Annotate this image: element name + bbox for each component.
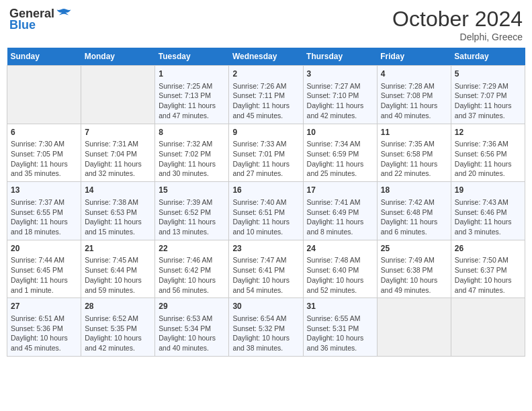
day-content: Sunrise: 7:48 AM Sunset: 6:40 PM Dayligh… bbox=[307, 255, 373, 295]
day-content: Sunrise: 7:46 AM Sunset: 6:42 PM Dayligh… bbox=[159, 255, 225, 295]
day-content: Sunrise: 7:34 AM Sunset: 6:59 PM Dayligh… bbox=[307, 139, 373, 179]
day-number: 5 bbox=[455, 68, 521, 80]
calendar-cell: 11Sunrise: 7:35 AM Sunset: 6:58 PM Dayli… bbox=[377, 124, 451, 182]
day-content: Sunrise: 7:35 AM Sunset: 6:58 PM Dayligh… bbox=[381, 139, 447, 179]
calendar-cell: 16Sunrise: 7:40 AM Sunset: 6:51 PM Dayli… bbox=[229, 182, 303, 240]
day-content: Sunrise: 7:37 AM Sunset: 6:55 PM Dayligh… bbox=[11, 197, 77, 237]
day-content: Sunrise: 7:36 AM Sunset: 6:56 PM Dayligh… bbox=[455, 139, 521, 179]
page-header: General Blue October 2024 Delphi, Greece bbox=[7, 7, 525, 42]
calendar-cell: 12Sunrise: 7:36 AM Sunset: 6:56 PM Dayli… bbox=[451, 124, 525, 182]
day-number: 19 bbox=[455, 185, 521, 196]
day-number: 10 bbox=[307, 127, 373, 138]
week-row-2: 6Sunrise: 7:30 AM Sunset: 7:05 PM Daylig… bbox=[7, 124, 525, 182]
calendar-cell: 9Sunrise: 7:33 AM Sunset: 7:01 PM Daylig… bbox=[229, 124, 303, 182]
day-number: 12 bbox=[455, 127, 521, 138]
calendar-cell: 17Sunrise: 7:41 AM Sunset: 6:49 PM Dayli… bbox=[303, 182, 377, 240]
day-content: Sunrise: 7:42 AM Sunset: 6:48 PM Dayligh… bbox=[381, 197, 447, 237]
day-number: 1 bbox=[159, 68, 225, 80]
day-number: 22 bbox=[159, 243, 225, 255]
logo-bird-icon bbox=[56, 7, 72, 21]
day-number: 2 bbox=[232, 68, 299, 80]
day-number: 15 bbox=[159, 185, 225, 196]
weekday-header-friday: Friday bbox=[377, 48, 451, 66]
day-number: 23 bbox=[232, 243, 299, 255]
title-block: October 2024 Delphi, Greece bbox=[392, 7, 523, 42]
day-number: 14 bbox=[85, 185, 151, 196]
calendar-cell: 29Sunrise: 6:53 AM Sunset: 5:34 PM Dayli… bbox=[155, 298, 229, 357]
calendar-cell: 6Sunrise: 7:30 AM Sunset: 7:05 PM Daylig… bbox=[7, 124, 81, 182]
day-number: 18 bbox=[381, 185, 447, 196]
calendar-cell: 24Sunrise: 7:48 AM Sunset: 6:40 PM Dayli… bbox=[303, 240, 377, 298]
day-content: Sunrise: 7:40 AM Sunset: 6:51 PM Dayligh… bbox=[232, 197, 299, 237]
day-content: Sunrise: 7:43 AM Sunset: 6:46 PM Dayligh… bbox=[455, 197, 521, 237]
calendar-cell bbox=[7, 66, 81, 124]
day-content: Sunrise: 7:31 AM Sunset: 7:04 PM Dayligh… bbox=[85, 139, 151, 179]
day-content: Sunrise: 7:38 AM Sunset: 6:53 PM Dayligh… bbox=[85, 197, 151, 237]
day-number: 4 bbox=[381, 68, 447, 80]
day-number: 28 bbox=[85, 301, 151, 312]
day-content: Sunrise: 6:52 AM Sunset: 5:35 PM Dayligh… bbox=[85, 314, 151, 353]
day-number: 27 bbox=[11, 301, 77, 312]
calendar-cell: 30Sunrise: 6:54 AM Sunset: 5:32 PM Dayli… bbox=[229, 298, 303, 357]
day-number: 11 bbox=[381, 127, 447, 138]
day-content: Sunrise: 6:55 AM Sunset: 5:31 PM Dayligh… bbox=[307, 314, 373, 353]
day-number: 30 bbox=[232, 301, 299, 312]
weekday-header-wednesday: Wednesday bbox=[229, 48, 303, 66]
logo: General Blue bbox=[9, 7, 72, 32]
day-number: 26 bbox=[455, 243, 521, 255]
calendar-cell: 25Sunrise: 7:49 AM Sunset: 6:38 PM Dayli… bbox=[377, 240, 451, 298]
day-content: Sunrise: 7:49 AM Sunset: 6:38 PM Dayligh… bbox=[381, 255, 447, 295]
day-number: 8 bbox=[159, 127, 225, 138]
day-content: Sunrise: 6:54 AM Sunset: 5:32 PM Dayligh… bbox=[232, 314, 299, 353]
calendar-cell: 14Sunrise: 7:38 AM Sunset: 6:53 PM Dayli… bbox=[81, 182, 155, 240]
day-number: 24 bbox=[307, 243, 373, 255]
calendar-cell: 10Sunrise: 7:34 AM Sunset: 6:59 PM Dayli… bbox=[303, 124, 377, 182]
calendar-cell: 8Sunrise: 7:32 AM Sunset: 7:02 PM Daylig… bbox=[155, 124, 229, 182]
day-number: 31 bbox=[307, 301, 373, 312]
calendar-cell bbox=[377, 298, 451, 357]
day-content: Sunrise: 6:53 AM Sunset: 5:34 PM Dayligh… bbox=[159, 314, 225, 353]
day-content: Sunrise: 7:29 AM Sunset: 7:07 PM Dayligh… bbox=[455, 81, 521, 121]
weekday-header-row: SundayMondayTuesdayWednesdayThursdayFrid… bbox=[7, 48, 525, 66]
calendar-cell: 20Sunrise: 7:44 AM Sunset: 6:45 PM Dayli… bbox=[7, 240, 81, 298]
calendar-cell: 28Sunrise: 6:52 AM Sunset: 5:35 PM Dayli… bbox=[81, 298, 155, 357]
day-number: 17 bbox=[307, 185, 373, 196]
weekday-header-thursday: Thursday bbox=[303, 48, 377, 66]
calendar-cell: 1Sunrise: 7:25 AM Sunset: 7:13 PM Daylig… bbox=[155, 66, 229, 124]
calendar-cell: 7Sunrise: 7:31 AM Sunset: 7:04 PM Daylig… bbox=[81, 124, 155, 182]
calendar-cell: 4Sunrise: 7:28 AM Sunset: 7:08 PM Daylig… bbox=[377, 66, 451, 124]
day-number: 29 bbox=[159, 301, 225, 312]
calendar-table: SundayMondayTuesdayWednesdayThursdayFrid… bbox=[7, 48, 525, 357]
day-content: Sunrise: 7:26 AM Sunset: 7:11 PM Dayligh… bbox=[232, 81, 299, 121]
day-content: Sunrise: 7:50 AM Sunset: 6:37 PM Dayligh… bbox=[455, 255, 521, 295]
calendar-cell: 18Sunrise: 7:42 AM Sunset: 6:48 PM Dayli… bbox=[377, 182, 451, 240]
week-row-3: 13Sunrise: 7:37 AM Sunset: 6:55 PM Dayli… bbox=[7, 182, 525, 240]
day-content: Sunrise: 7:28 AM Sunset: 7:08 PM Dayligh… bbox=[381, 81, 447, 121]
day-content: Sunrise: 7:32 AM Sunset: 7:02 PM Dayligh… bbox=[159, 139, 225, 179]
day-content: Sunrise: 7:41 AM Sunset: 6:49 PM Dayligh… bbox=[307, 197, 373, 237]
weekday-header-sunday: Sunday bbox=[7, 48, 81, 66]
day-number: 21 bbox=[85, 243, 151, 255]
day-content: Sunrise: 7:45 AM Sunset: 6:44 PM Dayligh… bbox=[85, 255, 151, 295]
day-number: 9 bbox=[232, 127, 299, 138]
day-content: Sunrise: 7:33 AM Sunset: 7:01 PM Dayligh… bbox=[232, 139, 299, 179]
day-content: Sunrise: 7:47 AM Sunset: 6:41 PM Dayligh… bbox=[232, 255, 299, 295]
week-row-4: 20Sunrise: 7:44 AM Sunset: 6:45 PM Dayli… bbox=[7, 240, 525, 298]
logo-text-blue: Blue bbox=[9, 18, 36, 32]
calendar-cell: 5Sunrise: 7:29 AM Sunset: 7:07 PM Daylig… bbox=[451, 66, 525, 124]
day-number: 16 bbox=[232, 185, 299, 196]
calendar-cell bbox=[451, 298, 525, 357]
day-content: Sunrise: 7:39 AM Sunset: 6:52 PM Dayligh… bbox=[159, 197, 225, 237]
day-number: 25 bbox=[381, 243, 447, 255]
calendar-cell: 26Sunrise: 7:50 AM Sunset: 6:37 PM Dayli… bbox=[451, 240, 525, 298]
day-content: Sunrise: 6:51 AM Sunset: 5:36 PM Dayligh… bbox=[11, 314, 77, 353]
calendar-cell: 13Sunrise: 7:37 AM Sunset: 6:55 PM Dayli… bbox=[7, 182, 81, 240]
calendar-cell: 22Sunrise: 7:46 AM Sunset: 6:42 PM Dayli… bbox=[155, 240, 229, 298]
calendar-cell: 23Sunrise: 7:47 AM Sunset: 6:41 PM Dayli… bbox=[229, 240, 303, 298]
week-row-5: 27Sunrise: 6:51 AM Sunset: 5:36 PM Dayli… bbox=[7, 298, 525, 357]
calendar-cell: 15Sunrise: 7:39 AM Sunset: 6:52 PM Dayli… bbox=[155, 182, 229, 240]
day-number: 7 bbox=[85, 127, 151, 138]
calendar-cell: 31Sunrise: 6:55 AM Sunset: 5:31 PM Dayli… bbox=[303, 298, 377, 357]
day-content: Sunrise: 7:25 AM Sunset: 7:13 PM Dayligh… bbox=[159, 81, 225, 121]
day-content: Sunrise: 7:44 AM Sunset: 6:45 PM Dayligh… bbox=[11, 255, 77, 295]
